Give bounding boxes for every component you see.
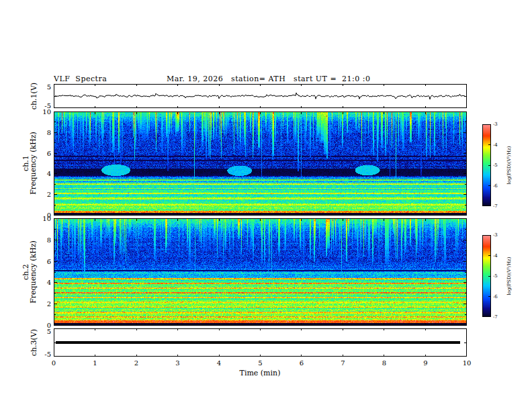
- vlf-spectra-figure: VLF Spectra Mar. 19, 2026 station= ATH s…: [0, 0, 532, 411]
- ch1-colorbar-tick-label: -3: [493, 122, 498, 127]
- ch1-spectrogram-ylabel: ch.1 Frequency (kHz): [22, 132, 37, 195]
- ch1-voltage-ytick-label: 5: [47, 83, 51, 91]
- x-tick-label: 6: [300, 359, 304, 367]
- ch2-spectrogram-ytick-label: 10: [42, 215, 51, 222]
- x-tick-label: 9: [423, 359, 427, 367]
- ch3-flatline-canvas: [54, 328, 467, 357]
- ch1-colorbar-label: log(PSD)(V²/Hz): [506, 146, 512, 185]
- ch2-spectrogram-canvas: [54, 218, 467, 326]
- ch2-spectrogram-ytick-label: 8: [47, 236, 51, 243]
- ch1-spectrogram-canvas: [54, 111, 467, 216]
- ch2-spectrogram-ylabel-line2: Frequency (kHz): [30, 240, 37, 304]
- ch2-spectrogram-ylabel: ch.2 Frequency (kHz): [22, 240, 37, 304]
- x-tick-label: 4: [217, 359, 221, 367]
- ch1-spectrogram-ytick-label: 6: [47, 149, 51, 156]
- ch1-colorbar-tick-label: -7: [493, 203, 498, 209]
- x-axis-title: Time (min): [240, 369, 281, 377]
- ch2-colorbar-label: log(PSD)(V²/Hz): [506, 257, 512, 295]
- x-tick-label: 1: [93, 359, 97, 367]
- x-tick-label: 3: [175, 359, 179, 367]
- ch1-waveform-canvas: [54, 84, 467, 108]
- x-tick-label: 2: [134, 359, 138, 367]
- ch2-colorbar-tick-label: -6: [493, 294, 498, 300]
- ch1-spectrogram-ytick-label: 4: [47, 170, 51, 177]
- ch1-colorbar-tick-label: -6: [493, 183, 498, 189]
- ch1-spectrogram-ytick-label: 8: [47, 128, 51, 136]
- station-label: station= ATH: [231, 75, 285, 83]
- ch2-colorbar-tick-label: -5: [493, 273, 498, 279]
- x-tick-label: 10: [463, 359, 472, 367]
- ch1-spectrogram-ylabel-line2: Frequency (kHz): [30, 132, 37, 195]
- ch3-voltage-ytick-label: 5: [47, 328, 51, 335]
- ch2-spectrogram-ytick-label: 4: [47, 279, 51, 286]
- ch2-colorbar: [482, 235, 491, 317]
- ch3-voltage-ytick-label: -5: [44, 351, 51, 358]
- ch1-spectrogram-ytick-label: 2: [47, 191, 51, 198]
- x-tick-label: 8: [382, 359, 386, 367]
- ch2-spectrogram-ytick-label: 6: [47, 257, 51, 265]
- date-label: Mar. 19, 2026: [167, 75, 223, 83]
- x-tick-label: 5: [258, 359, 262, 367]
- ch1-colorbar: [482, 124, 491, 206]
- ch2-colorbar-tick-label: -4: [493, 253, 498, 259]
- figure-title: VLF Spectra: [54, 75, 107, 83]
- ch2-colorbar-tick-label: -3: [493, 232, 498, 238]
- ch3-voltage-ylabel: ch.3(V): [30, 329, 38, 356]
- ch2-colorbar-tick-label: -7: [493, 314, 498, 320]
- x-tick-label: 7: [341, 359, 345, 367]
- x-tick-label: 0: [52, 359, 56, 367]
- ch2-spectrogram-ytick-label: 2: [47, 300, 51, 308]
- start-ut-label: start UT = 21:0 :0: [294, 75, 371, 83]
- ch1-voltage-ytick-label: -5: [44, 102, 51, 109]
- ch1-colorbar-tick-label: -4: [493, 142, 498, 148]
- ch1-voltage-ylabel: ch.1(V): [30, 83, 38, 109]
- ch1-colorbar-tick-label: -5: [493, 163, 498, 168]
